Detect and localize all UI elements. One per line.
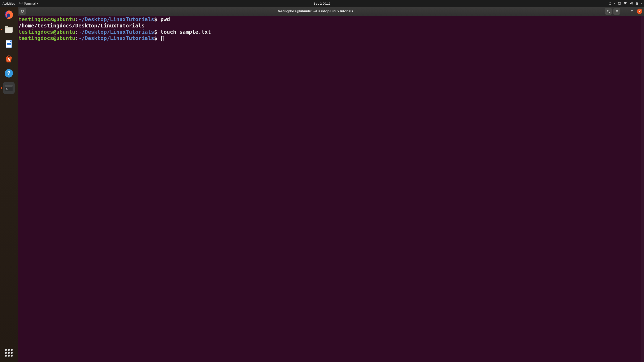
dock-item-writer[interactable] xyxy=(3,38,15,50)
svg-rect-26 xyxy=(22,10,23,12)
svg-rect-19 xyxy=(7,46,10,46)
accessibility-icon[interactable] xyxy=(608,2,612,5)
window-title: testingdocs@ubuntu: ~/Desktop/LinuxTutor… xyxy=(28,9,603,13)
app-menu-label: Terminal xyxy=(24,2,36,5)
clock[interactable]: Sep 2 00:19 xyxy=(314,2,330,5)
svg-rect-24 xyxy=(5,85,12,87)
dock-item-terminal[interactable]: >_ xyxy=(3,82,15,94)
svg-rect-13 xyxy=(637,3,638,4)
hamburger-menu-button[interactable] xyxy=(614,8,620,15)
terminal-icon xyxy=(20,2,22,5)
svg-text:>_: >_ xyxy=(6,87,10,91)
cursor xyxy=(161,36,164,41)
svg-rect-17 xyxy=(7,43,11,44)
search-button[interactable] xyxy=(605,8,612,15)
svg-line-7 xyxy=(618,2,619,3)
volume-icon[interactable] xyxy=(630,2,633,5)
close-button[interactable] xyxy=(637,8,642,14)
terminal-viewport[interactable]: testingdocs@ubuntu:~/Desktop/LinuxTutori… xyxy=(18,16,644,362)
window-titlebar: testingdocs@ubuntu: ~/Desktop/LinuxTutor… xyxy=(18,7,644,16)
terminal-line: testingdocs@ubuntu:~/Desktop/LinuxTutori… xyxy=(18,29,643,35)
maximize-button[interactable] xyxy=(629,8,635,14)
activities-button[interactable]: Activities xyxy=(2,2,16,5)
battery-icon[interactable] xyxy=(636,2,639,5)
svg-line-9 xyxy=(618,4,619,4)
terminal-line: testingdocs@ubuntu:~/Desktop/LinuxTutori… xyxy=(18,16,643,23)
terminal-window: testingdocs@ubuntu: ~/Desktop/LinuxTutor… xyxy=(18,7,644,362)
svg-rect-12 xyxy=(637,2,637,2)
dock: A ? >_ xyxy=(0,7,18,362)
gnome-top-bar: Activities Terminal ▾ Sep 2 00:19 ▾ ▾ xyxy=(0,0,644,7)
svg-text:?: ? xyxy=(7,70,10,76)
app-menu[interactable]: Terminal ▾ xyxy=(20,2,38,5)
svg-text:A: A xyxy=(8,57,10,62)
terminal-line: /home/testingdocs/Desktop/LinuxTutorials xyxy=(18,23,643,29)
dock-item-software[interactable]: A xyxy=(3,53,15,64)
new-tab-button[interactable] xyxy=(19,8,26,15)
dock-item-firefox[interactable] xyxy=(3,9,15,20)
dock-item-files[interactable] xyxy=(3,23,15,35)
svg-point-1 xyxy=(610,2,610,3)
chevron-down-icon: ▾ xyxy=(37,2,38,4)
svg-line-30 xyxy=(609,12,610,13)
svg-rect-35 xyxy=(631,10,633,12)
scrollbar[interactable] xyxy=(641,16,644,362)
chevron-down-icon: ▾ xyxy=(641,2,642,4)
minimize-button[interactable] xyxy=(622,8,627,14)
chevron-down-icon: ▾ xyxy=(614,2,615,4)
show-applications-button[interactable] xyxy=(3,347,15,359)
svg-point-2 xyxy=(619,3,620,4)
wifi-icon[interactable] xyxy=(624,2,627,5)
svg-line-10 xyxy=(620,2,621,3)
svg-rect-18 xyxy=(7,44,11,45)
terminal-line: testingdocs@ubuntu:~/Desktop/LinuxTutori… xyxy=(18,35,643,41)
svg-line-8 xyxy=(620,4,621,4)
dock-item-help[interactable]: ? xyxy=(3,67,15,79)
brightness-icon[interactable] xyxy=(618,2,621,5)
